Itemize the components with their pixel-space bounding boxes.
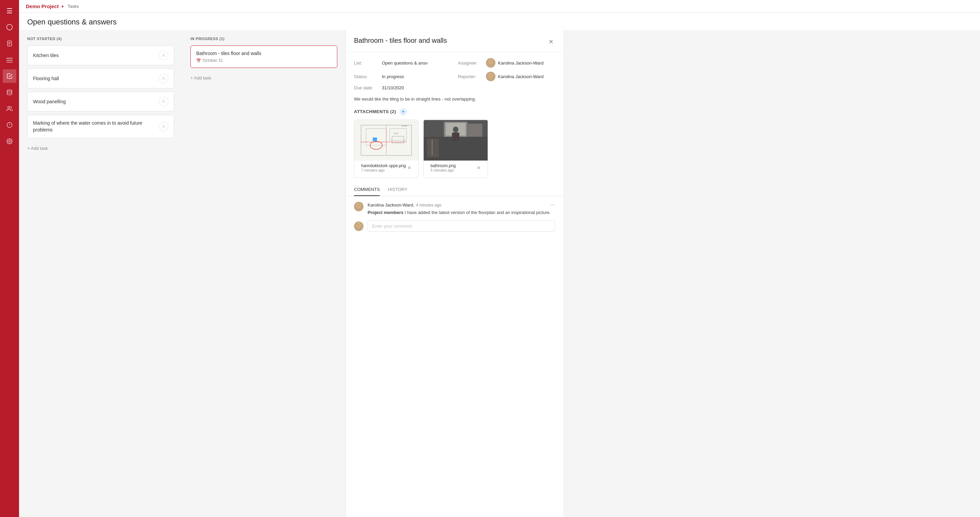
task-avatar [159, 122, 168, 132]
add-task-button-col1[interactable]: + Add task [27, 143, 174, 154]
svg-point-15 [162, 77, 164, 78]
tabs: COMMENTS HISTORY [354, 184, 555, 196]
svg-point-8 [7, 90, 12, 92]
project-dropdown-icon[interactable]: ▾ [62, 4, 64, 9]
detail-meta: List: Open questions & ansv Assignee: Ka… [346, 53, 563, 96]
svg-point-51 [357, 224, 360, 227]
column-not-started: NOT STARTED (4) Kitchen tiles Flooring h… [19, 30, 182, 517]
column-header-in-progress: IN PROGRESS (1) [191, 37, 337, 41]
calendar-icon: 📅 [196, 59, 201, 63]
duedate-label: Due date: [354, 85, 378, 90]
reporter-label: Reporter: [458, 74, 482, 79]
task-card-flooring-hall[interactable]: Flooring hall [27, 68, 174, 88]
settings-icon[interactable] [3, 135, 16, 148]
svg-text:KLK: KLK [394, 132, 399, 135]
close-button[interactable]: ✕ [547, 37, 555, 47]
attachment-item-floorplan[interactable]: KLK SOUR hanndukkstork uppe.png 7 minute… [354, 120, 418, 178]
svg-text:SOUR: SOUR [402, 125, 407, 127]
attachments-grid: KLK SOUR hanndukkstork uppe.png 7 minute… [354, 120, 555, 178]
task-date-value: October 31 [203, 58, 223, 63]
svg-rect-30 [373, 138, 377, 141]
comment-author-time: Karolina Jackson-Ward, 4 minutes ago [368, 202, 441, 208]
task-card-wood-panelling[interactable]: Wood panelling [27, 92, 174, 111]
kanban-area: NOT STARTED (4) Kitchen tiles Flooring h… [19, 30, 980, 517]
reporter-avatar [486, 72, 495, 81]
attachment-info-floorplan: hanndukkstork uppe.png 7 minutes ago ✕ [358, 161, 415, 175]
assignee-info: Karolina Jackson-Ward [486, 58, 544, 68]
detail-panel: Bathroom - tiles floor and walls ✕ List:… [345, 30, 563, 517]
topbar: Demo Project ▾ Tasks [19, 0, 980, 13]
comment-input[interactable] [368, 220, 555, 232]
svg-point-46 [355, 207, 363, 211]
attachment-delete-bathroom[interactable]: ✕ [477, 165, 481, 171]
meta-list-row: List: Open questions & ansv [354, 58, 451, 68]
task-avatar [159, 97, 168, 106]
svg-point-13 [9, 141, 11, 142]
attachment-delete-floorplan[interactable]: ✕ [407, 165, 412, 171]
attachment-item-bathroom[interactable]: bathroom.png 5 minutes ago ✕ [423, 120, 488, 178]
svg-point-48 [357, 204, 360, 207]
task-title: Flooring hall [33, 76, 159, 81]
comment-author: Karolina Jackson-Ward, [368, 203, 415, 208]
info-icon[interactable] [3, 118, 16, 132]
task-card-kitchen-tiles[interactable]: Kitchen tiles [27, 46, 174, 65]
svg-rect-44 [427, 139, 439, 157]
attachments-title: ATTACHMENTS (2) [354, 109, 396, 114]
detail-header: Bathroom - tiles floor and walls ✕ [346, 30, 563, 53]
database-icon[interactable] [3, 86, 16, 99]
svg-point-21 [487, 77, 495, 81]
tasks-icon[interactable] [3, 69, 16, 83]
project-name[interactable]: Demo Project [26, 3, 59, 9]
task-title: Marking of where the water comes in to a… [33, 120, 159, 133]
comment-avatar [354, 202, 363, 211]
svg-point-9 [8, 106, 10, 108]
document-icon[interactable] [3, 37, 16, 50]
add-task-button-col2[interactable]: + Add task [191, 73, 337, 83]
tab-comments[interactable]: COMMENTS [354, 184, 380, 196]
hamburger-icon[interactable]: ☰ [3, 4, 16, 17]
comment-more-button[interactable]: ··· [550, 202, 555, 208]
task-title: Wood panelling [33, 99, 159, 104]
list-value: Open questions & ansv [382, 60, 428, 65]
task-avatar [159, 51, 168, 60]
attachments-header: ATTACHMENTS (2) + [354, 108, 555, 116]
comment-time: 4 minutes ago [416, 203, 441, 208]
column-header-not-started: NOT STARTED (4) [27, 37, 174, 41]
task-card-marking-water[interactable]: Marking of where the water comes in to a… [27, 115, 174, 138]
attachment-thumbnail-floorplan: KLK SOUR [354, 120, 418, 161]
svg-point-40 [453, 126, 458, 132]
attachment-info-bathroom: bathroom.png 5 minutes ago ✕ [427, 161, 484, 175]
svg-point-23 [489, 74, 492, 77]
svg-point-16 [162, 100, 164, 101]
home-icon[interactable] [3, 21, 16, 34]
attachments-section: ATTACHMENTS (2) + [346, 108, 563, 184]
task-title: Kitchen tiles [33, 53, 159, 58]
attachment-details-bathroom: bathroom.png 5 minutes ago ✕ [424, 161, 488, 178]
section-label: Tasks [68, 4, 79, 9]
duedate-value: 31/10/2020 [382, 85, 404, 90]
reporter-info: Karolina Jackson-Ward [486, 72, 544, 81]
list-label: List: [354, 60, 378, 65]
tabs-section: COMMENTS HISTORY [346, 184, 563, 196]
svg-rect-41 [452, 132, 460, 141]
assignee-name: Karolina Jackson-Ward [498, 60, 544, 65]
team-icon[interactable] [3, 102, 16, 116]
assignee-avatar [486, 58, 495, 68]
meta-reporter-row: Reporter: Karolina Jackson-Ward [458, 72, 555, 81]
main-container: Demo Project ▾ Tasks Open questions & an… [19, 0, 980, 517]
attachment-thumbnail-bathroom [424, 120, 488, 161]
svg-point-17 [162, 125, 164, 126]
tab-history[interactable]: HISTORY [388, 184, 407, 196]
attachment-details-floorplan: hanndukkstork uppe.png 7 minutes ago ✕ [354, 161, 418, 178]
reporter-name: Karolina Jackson-Ward [498, 74, 544, 79]
assignee-label: Assignee: [458, 60, 482, 65]
add-attachment-button[interactable]: + [399, 108, 407, 116]
comment-text: Project members I have added the latest … [368, 209, 555, 216]
current-user-avatar [354, 222, 363, 231]
status-value: In progress [382, 74, 404, 79]
task-title: Bathroom - tiles floor and walls [196, 51, 331, 56]
comment-content: Karolina Jackson-Ward, 4 minutes ago ···… [368, 202, 555, 216]
task-card-bathroom-tiles[interactable]: Bathroom - tiles floor and walls 📅 Octob… [191, 46, 337, 68]
menu-icon[interactable] [3, 53, 16, 67]
status-label: Status: [354, 74, 378, 79]
